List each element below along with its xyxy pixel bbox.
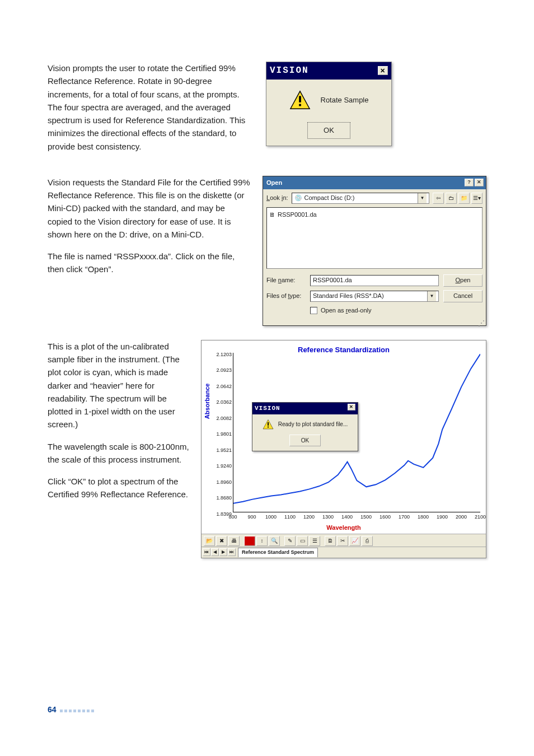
x-tick: 1100 xyxy=(284,514,296,521)
look-in-value: Compact Disc (D:) xyxy=(305,193,355,203)
x-tick: 900 xyxy=(247,514,256,521)
y-tick: 1.9521 xyxy=(216,447,232,455)
first-icon[interactable]: ⏮ xyxy=(203,548,210,556)
body-text: This is a plot of the un-calibrated samp… xyxy=(48,340,190,431)
x-axis-label: Wavelength xyxy=(202,523,486,533)
body-text: The file is named “RSSPxxxx.da”. Click o… xyxy=(48,250,251,276)
tool-icon[interactable]: ✖ xyxy=(216,536,227,546)
tool-icon[interactable]: 🗎 xyxy=(325,536,336,546)
y-tick: 1.8960 xyxy=(216,479,232,487)
dialog-title: VISION xyxy=(255,404,280,413)
file-name: RSSP0001.da xyxy=(278,210,317,220)
next-icon[interactable]: ▶ xyxy=(219,548,227,556)
y-tick: 2.1203 xyxy=(216,351,232,359)
open-button[interactable]: Open xyxy=(443,274,483,287)
page-number: 64 xyxy=(48,704,57,716)
chart-toolbar: 📂 ✖ 🖶 ↕ 🔍 ✎ ▭ ☰ 🗎 ✂ 📈 ⎙ xyxy=(202,534,486,547)
tool-icon[interactable]: 🔍 xyxy=(269,536,280,546)
cd-icon: 💿 xyxy=(294,193,302,203)
svg-rect-1 xyxy=(299,96,301,102)
tool-icon[interactable]: 🖶 xyxy=(228,536,240,546)
ok-button[interactable]: OK xyxy=(289,435,321,447)
y-tick: 2.0082 xyxy=(216,415,232,423)
body-text: Vision requests the Standard File for th… xyxy=(48,176,251,241)
warning-icon xyxy=(263,419,274,430)
x-tick: 1600 xyxy=(380,514,391,521)
close-icon[interactable]: ✕ xyxy=(378,66,388,75)
help-icon[interactable]: ? xyxy=(465,179,474,186)
resize-grip-icon[interactable]: ⋰ xyxy=(263,321,486,325)
chevron-down-icon[interactable]: ▼ xyxy=(427,291,436,301)
x-tick: 1300 xyxy=(322,514,334,521)
warning-icon xyxy=(289,90,311,111)
svg-rect-2 xyxy=(299,104,301,106)
prev-icon[interactable]: ◀ xyxy=(211,548,219,556)
readonly-label: Open as read-only xyxy=(321,306,372,315)
filename-label: File name: xyxy=(266,276,306,285)
tab-strip: ⏮ ◀ ▶ ⏭ Reference Standard Spectrum xyxy=(202,547,486,558)
dialog-rotate-sample: VISION ✕ Rotate Sample OK xyxy=(266,62,392,146)
tool-icon[interactable]: ⎙ xyxy=(362,536,373,546)
x-tick: 1400 xyxy=(341,514,353,521)
x-tick: 1800 xyxy=(418,514,429,521)
back-icon[interactable]: ⇦ xyxy=(433,193,444,204)
tool-icon[interactable] xyxy=(244,536,255,546)
y-tick: 1.9240 xyxy=(216,463,232,470)
tool-icon[interactable]: ☰ xyxy=(309,536,320,546)
y-tick: 2.0642 xyxy=(216,383,232,391)
dialog-message: Rotate Sample xyxy=(321,95,369,106)
tab-reference-standard[interactable]: Reference Standard Spectrum xyxy=(238,548,318,557)
dialog-open-file: Open ? ✕ Look in: 💿 Compact Disc (D:) ▼ xyxy=(263,176,486,326)
list-item[interactable]: 🗎 RSSP0001.da xyxy=(269,210,480,220)
svg-rect-5 xyxy=(268,426,269,427)
filetype-dropdown[interactable]: Standard Files (RSS*.DA) ▼ xyxy=(310,291,439,302)
file-list[interactable]: 🗎 RSSP0001.da xyxy=(266,207,483,269)
readonly-checkbox[interactable] xyxy=(310,307,317,314)
views-icon[interactable]: ☰▾ xyxy=(471,193,483,204)
y-axis-label: Absorbance xyxy=(203,384,212,419)
cancel-button[interactable]: Cancel xyxy=(443,290,483,302)
filetype-label: Files of type: xyxy=(266,291,306,301)
decorative-dots xyxy=(60,704,96,716)
close-icon[interactable]: ✕ xyxy=(475,179,484,186)
x-tick: 1900 xyxy=(437,514,448,521)
tool-icon[interactable]: ✎ xyxy=(284,536,296,546)
tool-icon[interactable]: 📂 xyxy=(204,536,215,546)
body-text: Click “OK” to plot a spectrum of the Cer… xyxy=(48,475,190,501)
svg-rect-4 xyxy=(268,422,269,426)
y-tick: 1.9801 xyxy=(216,431,232,438)
look-in-label: Look in: xyxy=(266,193,288,203)
ok-button[interactable]: OK xyxy=(307,122,350,139)
x-tick: 2000 xyxy=(456,514,467,521)
dialog-title: Open xyxy=(266,178,282,188)
last-icon[interactable]: ⏭ xyxy=(228,548,236,556)
tool-icon[interactable]: ▭ xyxy=(297,536,308,546)
x-tick: 1200 xyxy=(303,514,315,521)
x-tick: 2100 xyxy=(475,514,486,521)
x-tick: 1700 xyxy=(399,514,410,521)
dialog-ready-to-plot: VISION ✕ Ready to plot standard file... xyxy=(252,402,358,452)
y-tick: 1.8680 xyxy=(216,494,232,502)
tool-icon[interactable]: ✂ xyxy=(337,536,348,546)
x-tick: 800 xyxy=(228,514,237,521)
body-text: Vision prompts the user to rotate the Ce… xyxy=(48,62,255,153)
up-folder-icon[interactable]: 🗀 xyxy=(446,193,457,204)
filename-input[interactable]: RSSP0001.da xyxy=(310,275,439,286)
tool-icon[interactable]: ↕ xyxy=(256,536,268,546)
dialog-title: VISION xyxy=(270,64,309,78)
file-icon: 🗎 xyxy=(269,210,275,220)
chart-window: Reference Standardization Absorbance Wav… xyxy=(201,340,486,558)
body-text: The wavelength scale is 800-2100nm, the … xyxy=(48,440,190,466)
chevron-down-icon[interactable]: ▼ xyxy=(418,193,427,203)
look-in-dropdown[interactable]: 💿 Compact Disc (D:) ▼ xyxy=(292,193,429,204)
y-tick: 2.0923 xyxy=(216,367,232,375)
y-tick: 2.0362 xyxy=(216,399,232,407)
tool-icon[interactable]: 📈 xyxy=(349,536,360,546)
x-tick: 1500 xyxy=(360,514,372,521)
dialog-message: Ready to plot standard file... xyxy=(278,420,348,429)
close-icon[interactable]: ✕ xyxy=(348,404,355,410)
new-folder-icon[interactable]: 📁 xyxy=(458,193,470,204)
x-tick: 1000 xyxy=(265,514,277,521)
